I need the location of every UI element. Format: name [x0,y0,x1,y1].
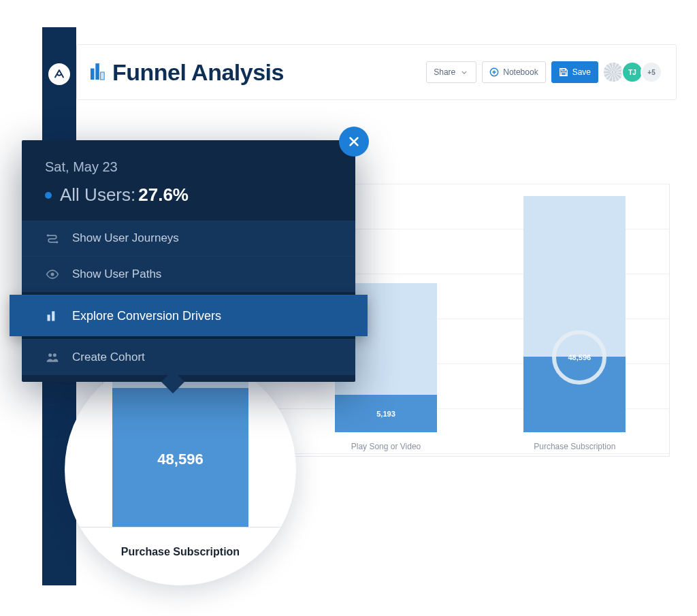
plus-circle-icon [489,67,499,77]
save-button[interactable]: Save [551,61,598,83]
menu-label: Show User Journeys [72,231,179,245]
close-button[interactable] [339,127,369,157]
svg-point-6 [47,234,49,236]
notebook-button[interactable]: Notebook [482,61,545,83]
zoom-label: Purchase Subscription [65,546,296,558]
menu-label: Show User Paths [72,268,161,281]
segment-dot-icon [45,192,52,199]
save-icon [559,67,568,77]
bar-value: 5,193 [376,410,395,418]
avatar-overflow[interactable]: +5 [641,61,662,83]
page-header: Funnel Analysis Share Notebook Save TJ +… [76,44,677,100]
avatar-stack: TJ +5 [605,61,662,83]
svg-rect-5 [561,73,566,76]
page-title: Funnel Analysis [112,59,284,86]
menu-show-user-paths[interactable]: Show User Paths [22,256,355,292]
svg-rect-2 [101,72,105,80]
x-axis-label: Purchase Subscription [534,442,615,451]
microscope-popover: Sat, May 23 All Users: 27.6% Show User J… [22,140,355,382]
journeys-icon [45,231,60,246]
zoom-baseline [65,527,296,528]
x-axis-label: Play Song or Video [351,442,421,451]
popover-menu: Show User Journeys Show User Paths Explo… [22,221,355,382]
users-icon [45,350,60,365]
share-button[interactable]: Share [426,61,476,83]
svg-rect-10 [52,311,54,321]
menu-explore-conversion-drivers[interactable]: Explore Conversion Drivers [10,295,368,336]
svg-rect-9 [48,314,50,321]
zoom-value: 48,596 [157,451,203,468]
svg-point-7 [56,241,58,243]
svg-rect-1 [95,63,99,80]
ring-value: 48,596 [568,353,591,361]
menu-show-user-journeys[interactable]: Show User Journeys [22,221,355,256]
svg-rect-4 [562,69,565,71]
bar-chart-icon [45,308,60,323]
save-label: Save [572,67,591,77]
eye-icon [45,267,60,282]
svg-point-11 [48,353,52,357]
popover-date: Sat, May 23 [45,159,332,175]
segment-label: All Users: [60,184,135,206]
segment-value: 27.6% [138,184,189,206]
zoom-lens: 48,596 Purchase Subscription [65,354,296,585]
brand-logo [48,63,70,85]
svg-point-8 [51,273,54,276]
svg-point-12 [53,353,56,357]
funnel-chart-icon [91,63,106,81]
chevron-down-icon [459,67,469,77]
share-label: Share [434,67,455,77]
menu-label: Explore Conversion Drivers [72,309,221,323]
menu-label: Create Cohort [72,351,145,364]
funnel-step[interactable]: 48,596 Purchase Subscription [481,184,669,432]
notebook-label: Notebook [503,67,538,77]
menu-create-cohort[interactable]: Create Cohort [22,339,355,375]
svg-rect-0 [91,69,95,80]
value-ring: 48,596 [552,330,606,385]
